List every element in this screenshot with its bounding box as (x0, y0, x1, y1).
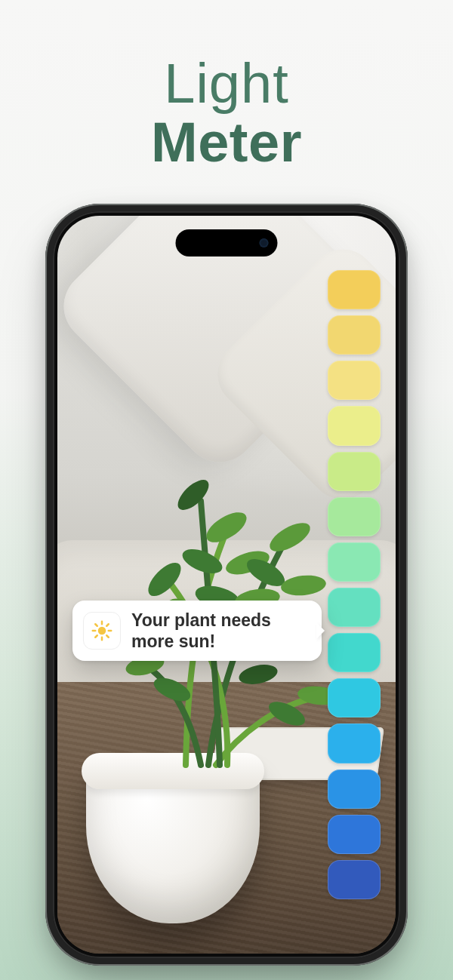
light-meter-swatch (328, 815, 381, 854)
phone-mockup: Your plant needs more sun! (45, 204, 408, 966)
light-meter-swatch (328, 361, 381, 400)
light-meter-swatch (328, 678, 381, 717)
light-meter-swatch (328, 270, 381, 309)
page-title: Light Meter (0, 0, 453, 171)
light-meter-swatch (328, 633, 381, 672)
svg-point-18 (98, 627, 106, 635)
light-meter-scale (328, 270, 381, 899)
phone-bezel: Your plant needs more sun! (53, 211, 400, 958)
light-meter-swatch (328, 770, 381, 809)
light-meter-swatch (328, 452, 381, 491)
light-meter-swatch (328, 315, 381, 355)
svg-line-24 (106, 635, 109, 637)
svg-line-25 (95, 635, 97, 637)
light-meter-swatch (328, 723, 381, 763)
phone-screen: Your plant needs more sun! (57, 216, 396, 954)
light-meter-swatch (328, 406, 381, 445)
light-tip-text: Your plant needs more sun! (131, 610, 311, 652)
light-meter-swatch (328, 588, 381, 627)
svg-point-5 (173, 475, 214, 515)
light-meter-swatch (328, 542, 381, 582)
light-meter-swatch (328, 497, 381, 536)
svg-line-26 (106, 624, 109, 626)
light-meter-swatch (328, 860, 381, 899)
dynamic-island (176, 229, 278, 257)
title-line-1: Light (0, 54, 453, 113)
light-tip-bubble: Your plant needs more sun! (72, 601, 322, 661)
sun-icon (83, 612, 121, 650)
svg-line-23 (95, 624, 97, 626)
title-line-2: Meter (0, 113, 453, 172)
